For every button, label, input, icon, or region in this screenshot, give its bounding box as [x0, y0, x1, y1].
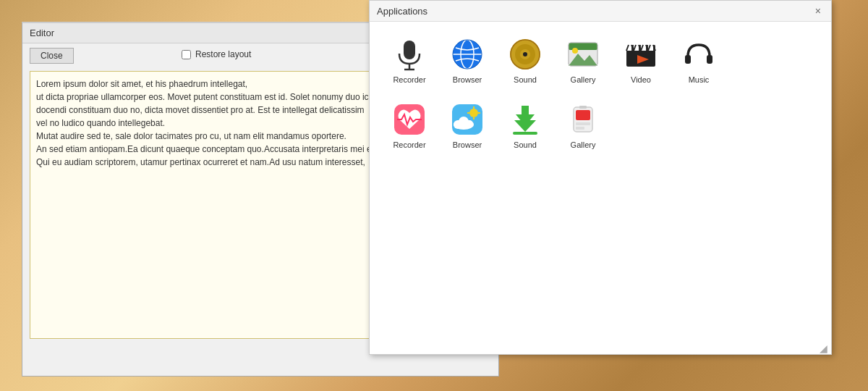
sound2-icon	[507, 101, 543, 138]
svg-rect-32	[685, 55, 691, 64]
svg-rect-53	[576, 110, 590, 120]
app-label-video-1: Video	[631, 75, 651, 84]
app-label-music-1: Music	[689, 75, 710, 84]
app-item-sound-1[interactable]: Sound	[500, 33, 550, 87]
svg-point-14	[572, 48, 578, 54]
app-label-gallery-1: Gallery	[571, 75, 596, 84]
app-label-sound-2: Sound	[514, 140, 537, 149]
svg-point-10	[523, 52, 527, 56]
app-item-recorder-2[interactable]: Recorder	[384, 98, 435, 152]
music-icon	[681, 36, 717, 72]
app-label-recorder-2: Recorder	[393, 140, 425, 149]
editor-text: Lorem ipsum dolor sit amet, et his phaed…	[36, 79, 376, 167]
gallery-icon	[565, 36, 601, 72]
resize-handle[interactable]: ◢	[820, 342, 831, 354]
app-item-gallery-2[interactable]: Gallery	[558, 98, 608, 152]
app-item-browser-1[interactable]: Browser	[442, 33, 493, 87]
gallery2-icon	[565, 101, 601, 138]
app-label-sound-1: Sound	[514, 75, 537, 84]
svg-rect-33	[707, 55, 712, 64]
apps-row-2: Recorder	[384, 98, 817, 152]
app-item-recorder-1[interactable]: Recorder	[384, 33, 435, 87]
app-label-gallery-2: Gallery	[571, 140, 596, 149]
app-item-sound-2[interactable]: Sound	[500, 98, 550, 152]
svg-rect-54	[576, 122, 590, 125]
restore-layout-container: Restore layout	[182, 49, 251, 59]
apps-window: Applications × Recorder	[369, 0, 832, 355]
app-item-music-1[interactable]: Music	[673, 33, 724, 87]
browser2-icon	[449, 101, 485, 138]
restore-layout-label: Restore layout	[195, 49, 251, 59]
app-item-gallery-1[interactable]: Gallery	[558, 33, 608, 87]
svg-rect-52	[579, 106, 587, 109]
svg-point-44	[466, 120, 473, 127]
restore-layout-checkbox[interactable]	[182, 50, 191, 59]
app-item-browser-2[interactable]: Browser	[442, 98, 493, 152]
apps-close-button[interactable]: ×	[812, 5, 824, 17]
recorder-icon	[391, 36, 427, 72]
browser-icon	[449, 36, 485, 72]
svg-point-36	[469, 109, 478, 117]
sound-icon	[507, 36, 543, 72]
editor-close-button[interactable]: Close	[30, 48, 74, 64]
editor-title: Editor	[30, 28, 54, 38]
svg-rect-0	[404, 41, 415, 59]
svg-rect-55	[576, 127, 584, 130]
app-label-browser-2: Browser	[453, 140, 482, 149]
apps-titlebar: Applications ×	[370, 1, 831, 22]
app-label-recorder-1: Recorder	[393, 75, 425, 84]
recorder2-icon	[391, 101, 427, 138]
svg-rect-50	[513, 132, 537, 135]
apps-row-1: Recorder Browser	[384, 33, 817, 87]
apps-content: Recorder Browser	[370, 22, 831, 164]
apps-title: Applications	[377, 6, 427, 17]
video-icon	[623, 36, 659, 72]
svg-marker-49	[514, 120, 536, 132]
app-item-video-1[interactable]: Video	[616, 33, 666, 87]
app-label-browser-1: Browser	[453, 75, 482, 84]
